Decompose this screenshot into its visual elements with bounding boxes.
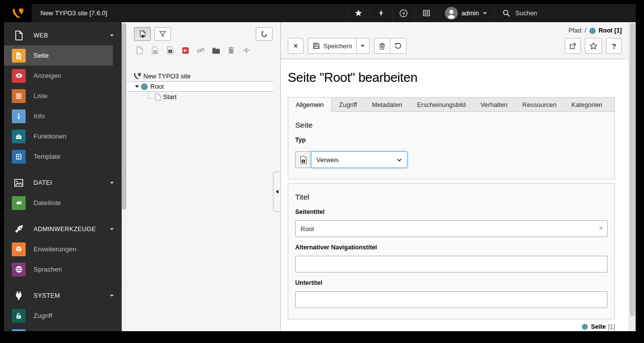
image-outline-icon <box>12 177 26 188</box>
search-bar[interactable]: Suchen <box>494 4 636 22</box>
filter-icon <box>159 30 167 38</box>
section-label: SYSTEM <box>34 292 110 299</box>
username-label: admin <box>462 9 479 17</box>
sidebar-item-dateiliste[interactable]: Dateiliste <box>4 193 122 213</box>
bookmark-page-button[interactable] <box>585 38 602 54</box>
sidebar-item-cropped[interactable] <box>4 326 122 331</box>
document-outline-icon <box>12 30 26 41</box>
drag-divider-icon[interactable] <box>242 45 251 55</box>
delete-button[interactable] <box>374 38 390 54</box>
typo3-logo[interactable] <box>4 4 32 22</box>
sidebar-item-liste[interactable]: Liste <box>4 86 122 106</box>
collapse-arrow-icon <box>276 190 278 194</box>
page-type-select[interactable]: Verweis <box>311 151 407 168</box>
tree-node-root[interactable]: Root <box>127 81 273 92</box>
new-page-icon <box>138 30 147 38</box>
tree-node-start[interactable]: Start <box>127 92 280 102</box>
navigation-collapse-handle[interactable] <box>273 172 280 212</box>
form-tabs: Allgemein Zugriff Metadaten Erscheinungs… <box>288 97 615 112</box>
tab-verhalten[interactable]: Verhalten <box>473 98 515 111</box>
undo-button[interactable] <box>390 38 407 54</box>
user-menu[interactable]: admin <box>438 4 494 22</box>
pagetitle-input[interactable] <box>295 220 608 237</box>
sidebar-item-seite[interactable]: Seite <box>4 45 113 66</box>
help-button[interactable]: ? <box>392 4 415 22</box>
undo-icon <box>394 42 402 50</box>
expand-caret-icon[interactable] <box>135 85 139 88</box>
pagetitle-field-wrap: × <box>295 220 608 237</box>
globe-page-icon <box>589 27 596 34</box>
chevron-down-icon <box>110 228 114 230</box>
path-page-label: Root [1] <box>599 27 622 34</box>
sidebar-item-template[interactable]: Template <box>4 146 122 167</box>
topbar-right: ? admin <box>347 4 636 22</box>
open-new-window-icon <box>569 42 576 50</box>
content-area: Pfad: / Root [1] × <box>281 22 629 331</box>
drag-trash-icon[interactable] <box>227 45 236 55</box>
sidebar-item-sprachen[interactable]: Sprachen <box>4 259 122 279</box>
flush-cache-icon <box>377 9 385 17</box>
save-button[interactable]: Speichern <box>308 38 357 54</box>
sidebar-item-funktionen[interactable]: Funktionen <box>4 126 122 146</box>
tab-ressourcen[interactable]: Ressourcen <box>515 98 564 111</box>
help-page-button[interactable]: ? <box>606 38 622 54</box>
module-menu-scrollbar <box>122 22 127 331</box>
tab-zugriff[interactable]: Zugriff <box>332 98 365 111</box>
page-path: Pfad: / Root [1] <box>288 25 622 36</box>
page-doc-icon <box>154 93 161 101</box>
tab-erscheinungsbild[interactable]: Erscheinungsbild <box>409 98 473 111</box>
page-title: Seite "Root" bearbeiten <box>288 70 615 85</box>
sidebar-item-zugriff[interactable]: Zugriff <box>4 306 122 326</box>
section-header-system[interactable]: SYSTEM <box>4 286 122 306</box>
close-button[interactable]: × <box>288 38 304 54</box>
page-tree-panel: New TYPO3 site Root <box>127 22 281 331</box>
refresh-button[interactable] <box>256 27 272 41</box>
caret-down-icon <box>483 12 487 14</box>
sidebar-item-erweiterungen[interactable]: Erweiterungen <box>4 239 122 259</box>
tab-kategorien[interactable]: Kategorien <box>564 98 610 111</box>
typo3-shield-icon <box>133 72 141 80</box>
sidebar-item-anzeigen[interactable]: Anzeigen <box>4 66 122 86</box>
navtitle-input[interactable] <box>295 256 608 273</box>
section-system: SYSTEM Zugriff <box>4 283 122 331</box>
tree-node-site-root[interactable]: New TYPO3 site <box>127 71 280 81</box>
workspace-icon <box>422 9 431 17</box>
cropped-module-icon <box>12 329 26 332</box>
flush-cache-button[interactable] <box>370 4 392 22</box>
drag-page-link-icon[interactable] <box>181 45 190 55</box>
sidebar-item-info[interactable]: Info <box>4 106 122 126</box>
content-scrollbar-thumb[interactable] <box>630 23 635 316</box>
edit-form: Seite "Root" bearbeiten Allgemein Zugrif… <box>281 59 629 331</box>
module-menu: WEB Seite Anzeigen <box>4 22 122 331</box>
tab-allgemein[interactable]: Allgemein <box>288 98 332 112</box>
section-header-adminwerkzeuge[interactable]: ADMINWERKZEUGE <box>4 219 122 239</box>
workspace-button[interactable] <box>415 4 438 22</box>
tab-metadaten[interactable]: Metadaten <box>365 98 409 111</box>
filelist-module-icon <box>12 196 26 210</box>
record-footer: Seite [1] <box>288 323 615 330</box>
drag-chain-icon[interactable] <box>196 45 205 55</box>
list-module-icon <box>12 89 26 103</box>
bookmark-button[interactable] <box>347 4 370 22</box>
clear-input-icon[interactable]: × <box>599 224 603 232</box>
drag-page-icon[interactable] <box>135 45 144 55</box>
view-page-button[interactable] <box>565 38 581 54</box>
avatar-icon <box>445 7 458 20</box>
drag-folder-icon[interactable] <box>211 45 220 55</box>
record-uid-label: [1] <box>608 323 615 330</box>
subtitle-input[interactable] <box>295 291 608 308</box>
new-page-button[interactable] <box>134 27 151 41</box>
chevron-down-icon <box>110 182 114 184</box>
section-header-web[interactable]: WEB <box>4 26 122 45</box>
filter-button[interactable] <box>154 27 171 41</box>
drag-page-content-icon[interactable] <box>150 45 159 55</box>
navtitle-field-wrap <box>295 256 608 273</box>
page-type-value: Verweis <box>316 156 339 164</box>
drag-page-shortcut-icon[interactable] <box>166 45 174 55</box>
refresh-icon <box>260 30 269 38</box>
section-label: ADMINWERKZEUGE <box>34 226 110 233</box>
section-header-datei[interactable]: DATEI <box>4 173 122 193</box>
module-menu-scrollbar-thumb[interactable] <box>122 23 126 209</box>
save-options-button[interactable] <box>357 38 370 54</box>
content-scrollbar <box>629 22 636 331</box>
